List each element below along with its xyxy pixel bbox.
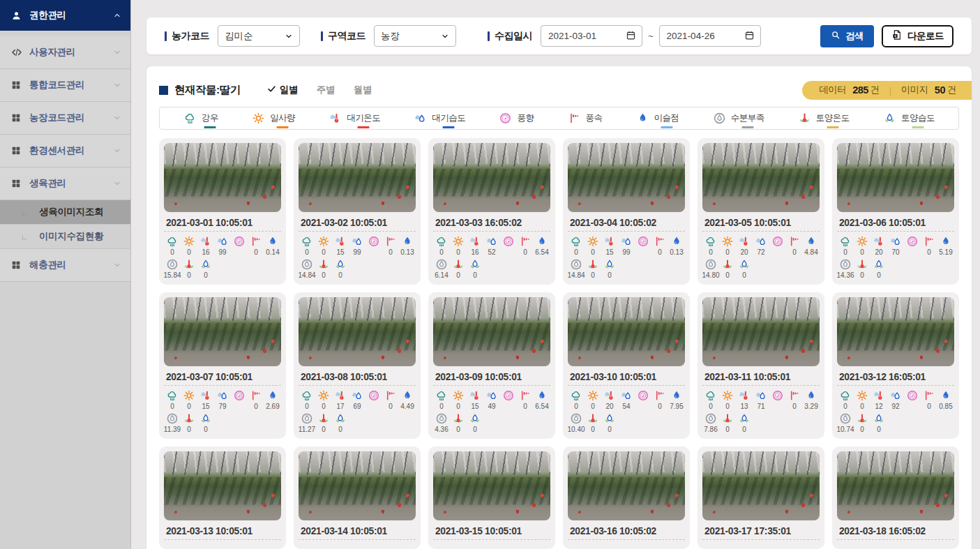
air-humidity-icon xyxy=(216,235,229,248)
sensor-value: 0 xyxy=(456,403,460,410)
greenhouse-photo[interactable] xyxy=(837,297,954,366)
sensor-value-cell xyxy=(769,235,786,256)
sensor-value-cell: 0 xyxy=(164,389,181,410)
sensor-value-cell: 52 xyxy=(483,235,500,256)
sensor-value: 0.14 xyxy=(266,248,279,256)
tab[interactable]: 월별 xyxy=(354,84,372,96)
sensor-value: 3.29 xyxy=(804,403,817,410)
date-range-group: 수집일시 2021-03-01 ~ 2021-04-26 xyxy=(488,25,761,47)
air-temp-icon xyxy=(873,389,885,402)
soil-temp-icon xyxy=(183,258,195,271)
wind-speed-icon xyxy=(923,389,935,402)
date-from-input[interactable]: 2021-03-01 xyxy=(541,25,642,47)
sensor-values-row1: 0 0 15 49 0 6.54 xyxy=(433,389,550,410)
card-divider xyxy=(433,539,550,540)
sensor-value-cell: 0.13 xyxy=(668,235,685,256)
sidebar-item[interactable]: 농장코드관리 xyxy=(0,102,130,135)
search-button[interactable]: 검색 xyxy=(820,25,874,47)
zone-code-group: 구역코드 농장 xyxy=(321,25,456,47)
sensor-value: 11.27 xyxy=(299,426,315,433)
greenhouse-photo[interactable] xyxy=(702,143,820,212)
greenhouse-photo[interactable] xyxy=(164,143,281,212)
greenhouse-photo[interactable] xyxy=(433,143,550,212)
wind-speed-icon xyxy=(250,389,262,402)
legend-underline xyxy=(358,126,370,128)
sensor-value-cell: 49 xyxy=(483,389,500,410)
sensor-value: 0 xyxy=(877,426,881,433)
sensor-value-cell: 0 xyxy=(854,389,870,410)
greenhouse-photo[interactable] xyxy=(433,451,550,520)
legend-label: 수분부족 xyxy=(731,113,764,123)
card-timestamp: 2021-03-02 10:05:01 xyxy=(301,218,414,228)
greenhouse-photo[interactable] xyxy=(164,451,281,520)
sidebar-item[interactable]: 권한관리 xyxy=(0,0,130,31)
greenhouse-photo[interactable] xyxy=(837,143,954,212)
sidebar-item[interactable]: 환경센서관리 xyxy=(0,135,130,167)
greenhouse-photo[interactable] xyxy=(702,297,820,366)
legend-item: 토양습도 xyxy=(883,112,935,125)
sensor-value-cell: 0 xyxy=(736,412,753,433)
legend-underline xyxy=(204,126,216,128)
calendar-icon[interactable] xyxy=(744,30,755,43)
sensor-value-cell: 0 xyxy=(601,412,618,433)
sensor-value: 0.13 xyxy=(670,248,683,256)
date-to-input[interactable]: 2021-04-26 xyxy=(659,25,761,47)
chevron-down-icon xyxy=(113,146,121,155)
sensor-value: 0 xyxy=(591,426,595,433)
wind-direction-icon xyxy=(499,112,512,125)
sensor-value: 0 xyxy=(792,248,797,256)
rain-icon xyxy=(435,389,448,402)
greenhouse-photo[interactable] xyxy=(164,297,281,366)
download-button[interactable]: x 다운로드 xyxy=(882,25,953,47)
sensor-values-row1: 0 0 15 79 0 2.69 xyxy=(164,389,281,410)
card-divider xyxy=(702,385,820,386)
tab[interactable]: 주별 xyxy=(317,84,335,96)
sidebar-item[interactable]: ∟ 생육이미지조회 xyxy=(0,200,130,225)
wind-speed-icon xyxy=(654,235,666,248)
greenhouse-photo[interactable] xyxy=(433,297,550,366)
sensor-value-cell: 0 xyxy=(315,412,332,433)
sidebar-item-label: 권한관리 xyxy=(29,9,113,22)
sensor-value: 15 xyxy=(336,248,344,256)
card-divider xyxy=(299,231,416,232)
sensor-value: 92 xyxy=(891,403,899,410)
greenhouse-photo[interactable] xyxy=(837,451,954,520)
image-card: 2021-03-11 10:05:01 0 0 13 71 0 3.29 7.8… xyxy=(698,292,824,439)
sensor-value-cell: 0 xyxy=(651,389,668,410)
sensor-value-cell xyxy=(769,389,786,410)
farm-code-select[interactable]: 김미순 xyxy=(218,25,300,47)
sensor-value: 0 xyxy=(709,403,713,410)
sensor-value-cell: 7.86 xyxy=(702,412,719,433)
sidebar-item[interactable]: 사용자관리 xyxy=(0,36,130,69)
sensor-value-cell: 17 xyxy=(332,389,349,410)
greenhouse-photo[interactable] xyxy=(299,297,416,366)
image-count-value: 50 xyxy=(935,84,945,96)
tab[interactable]: 일별 xyxy=(267,84,298,96)
air-temp-icon xyxy=(738,235,751,248)
farm-code-group: 농가코드 김미순 xyxy=(165,25,300,47)
air-temp-icon xyxy=(603,389,616,402)
sidebar-item[interactable]: 통합코드관리 xyxy=(0,69,130,102)
sidebar-item[interactable]: 생육관리 xyxy=(0,167,130,200)
sun-icon xyxy=(317,389,330,402)
greenhouse-photo[interactable] xyxy=(568,297,685,366)
sensor-value: 69 xyxy=(353,403,361,410)
greenhouse-photo[interactable] xyxy=(702,451,820,520)
soil-temp-icon xyxy=(856,258,868,271)
sensor-values-row1: 0 0 16 99 0 0.14 xyxy=(164,235,281,256)
sensor-value: 0 xyxy=(658,248,662,256)
sensor-value: 0 xyxy=(322,271,326,279)
sensor-value: 0 xyxy=(725,426,730,433)
greenhouse-photo[interactable] xyxy=(299,451,416,520)
zone-code-select[interactable]: 농장 xyxy=(374,25,456,47)
moisture-deficit-icon xyxy=(301,412,313,425)
greenhouse-photo[interactable] xyxy=(568,143,685,212)
sidebar-item[interactable]: ∟ 이미지수집현황 xyxy=(0,225,130,249)
card-divider xyxy=(164,231,281,232)
greenhouse-photo[interactable] xyxy=(299,143,416,212)
calendar-icon[interactable] xyxy=(626,30,636,43)
sidebar-item[interactable]: 해충관리 xyxy=(0,249,130,282)
data-count-unit: 건 xyxy=(870,84,880,96)
sensor-value: 0 xyxy=(170,248,174,256)
greenhouse-photo[interactable] xyxy=(568,451,685,520)
